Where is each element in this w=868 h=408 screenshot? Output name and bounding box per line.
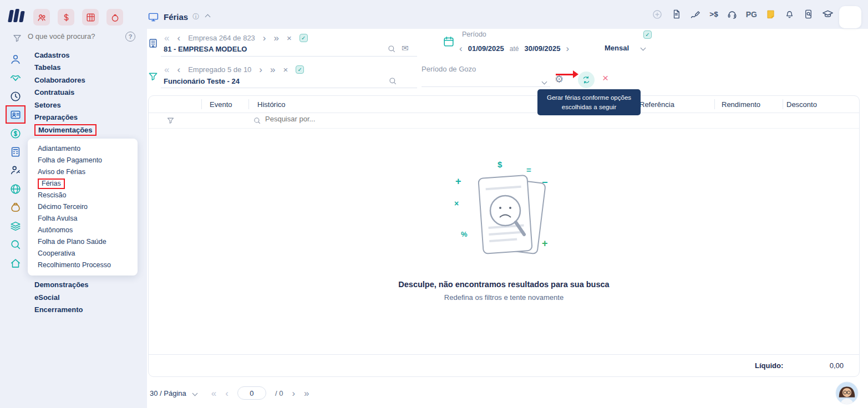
period-next-icon[interactable]: › (566, 44, 570, 53)
top-avatar-placeholder[interactable] (839, 6, 861, 28)
sidebar-item-demonstracoes[interactable]: Demonstrações (31, 279, 146, 292)
column-header-historico[interactable]: Histórico (257, 100, 286, 109)
sidebar-item-colaboradores[interactable]: Colaboradores (31, 74, 146, 86)
sidebar-item-cadastros[interactable]: Cadastros (31, 49, 146, 62)
dollar-icon[interactable] (58, 9, 74, 26)
period-filter-checkbox[interactable]: ✓ (643, 30, 652, 39)
pagination-prev-icon[interactable]: ‹ (225, 389, 229, 398)
period-end-date[interactable]: 30/09/2025 (524, 44, 560, 53)
submenu-item-recolhimento-processo[interactable]: Recolhimento Processo (38, 259, 138, 271)
person-icon[interactable] (9, 53, 22, 65)
period-prev-icon[interactable]: ‹ (459, 44, 463, 53)
submenu-item-label: Folha de Plano Saúde (38, 238, 106, 246)
employee-search-icon[interactable] (388, 76, 397, 85)
company-next-icon[interactable]: › (263, 33, 266, 43)
pagination-next-icon[interactable]: › (292, 389, 295, 398)
column-header-desconto[interactable]: Desconto (786, 100, 817, 109)
add-circle-icon[interactable] (652, 9, 663, 20)
people-icon[interactable] (33, 9, 50, 26)
employee-name[interactable]: Funcionário Teste - 24 (164, 77, 240, 85)
employee-next-icon[interactable]: › (259, 65, 262, 74)
bell-icon[interactable] (784, 9, 795, 19)
period-mode-select[interactable]: Mensal (605, 44, 645, 52)
sidebar-item-movimentacoes[interactable]: Movimentações (31, 124, 146, 136)
pagination-last-icon[interactable]: » (304, 389, 309, 398)
sidebar-item-label: Tabelas (34, 63, 60, 72)
app-logo (9, 9, 26, 22)
globe-icon[interactable] (9, 183, 22, 195)
submenu-item-folha-de-pagamento[interactable]: Folha de Pagamento (38, 155, 138, 166)
document-icon[interactable] (671, 9, 682, 19)
calculator-icon[interactable] (9, 146, 22, 158)
column-header-rendimento[interactable]: Rendimento (722, 100, 760, 109)
submenu-item-rescisao[interactable]: Rescisão (38, 190, 138, 201)
sidebar-item-setores[interactable]: Setores (31, 99, 146, 111)
generate-vacation-refresh-icon[interactable] (578, 72, 595, 88)
weight-scale-icon[interactable] (106, 9, 123, 26)
sidebar-item-contratuais[interactable]: Contratuais (31, 86, 146, 99)
graduation-cap-icon[interactable] (822, 8, 834, 20)
transfer-values-icon[interactable]: >$ (709, 10, 718, 18)
company-last-icon[interactable]: » (274, 33, 279, 43)
company-first-icon[interactable]: « (164, 33, 169, 43)
employee-filter-checkbox[interactable]: ✓ (296, 65, 304, 74)
person-key-icon[interactable] (9, 164, 22, 176)
sidebar-item-label: Setores (34, 101, 61, 109)
gozo-label: Período de Gozo (422, 65, 476, 73)
gozo-settings-gear-icon[interactable]: ⚙ (555, 74, 564, 84)
submenu-item-adiantamento[interactable]: Adiantamento (38, 143, 138, 155)
employee-card-icon[interactable] (6, 105, 26, 124)
submenu-item-ferias[interactable]: Férias (38, 178, 138, 190)
notes-icon[interactable] (765, 9, 776, 19)
submenu-item-autonomos[interactable]: Autônomos (38, 225, 138, 236)
money-bag-icon[interactable] (9, 201, 22, 213)
sidebar-item-tabelas[interactable]: Tabelas (31, 62, 146, 74)
handshake-icon[interactable] (9, 72, 22, 84)
employee-clear-icon[interactable]: × (283, 65, 288, 74)
submenu-item-cooperativa[interactable]: Cooperativa (38, 248, 138, 259)
payroll-grid-icon[interactable] (82, 9, 99, 26)
page-size-select[interactable]: 30 / Página (150, 389, 186, 397)
help-icon[interactable]: ? (125, 32, 135, 42)
employee-prev-icon[interactable]: ‹ (177, 65, 180, 74)
pg-icon[interactable]: PG (746, 10, 757, 19)
clock-icon[interactable] (9, 90, 22, 103)
employee-first-icon[interactable]: « (164, 65, 169, 74)
employee-last-icon[interactable]: » (270, 65, 275, 74)
info-icon[interactable]: ⓘ (192, 12, 199, 22)
document-search-icon[interactable] (803, 9, 814, 19)
company-prev-icon[interactable]: ‹ (177, 33, 180, 43)
period-start-date[interactable]: 01/09/2025 (468, 44, 504, 53)
page-title: Férias (164, 12, 188, 22)
pagination-first-icon[interactable]: « (211, 389, 216, 398)
sidebar-item-preparacoes[interactable]: Preparações (31, 111, 146, 124)
column-header-evento[interactable]: Evento (210, 100, 232, 109)
submenu-item-decimo-terceiro[interactable]: Décimo Terceiro (38, 201, 138, 213)
home-icon[interactable] (9, 257, 22, 269)
search-icon[interactable] (9, 238, 22, 251)
collapse-chevron-up-icon[interactable] (205, 14, 211, 20)
pagination-page-input[interactable] (237, 386, 266, 400)
page-size-chevron-down-icon[interactable] (192, 390, 197, 396)
submenu-item-folha-de-plano-saude[interactable]: Folha de Plano Saúde (38, 236, 138, 248)
table-filter-funnel-icon[interactable] (166, 116, 175, 125)
submenu-item-aviso-de-ferias[interactable]: Aviso de Férias (38, 166, 138, 178)
column-header-referencia[interactable]: Referência (639, 100, 674, 109)
headset-icon[interactable] (727, 9, 738, 20)
submenu-item-folha-avulsa[interactable]: Folha Avulsa (38, 213, 138, 225)
signature-icon[interactable] (690, 9, 701, 20)
company-name[interactable]: 81 - EMPRESA MODELO (164, 45, 247, 53)
gozo-cancel-icon[interactable]: × (602, 73, 608, 83)
sidebar-search-input[interactable] (28, 32, 116, 40)
layers-icon[interactable] (9, 220, 22, 232)
company-clear-icon[interactable]: × (287, 34, 292, 42)
sidebar-item-encerramento[interactable]: Encerramento (31, 304, 146, 317)
company-search-icon[interactable] (387, 44, 396, 53)
dollar-circle-icon[interactable] (9, 128, 22, 140)
sidebar-item-esocial[interactable]: eSocial (31, 291, 146, 304)
table-search-input[interactable] (265, 115, 387, 123)
period-range: ‹ 01/09/2025 até 30/09/2025 › (459, 44, 569, 53)
company-filter-checkbox[interactable]: ✓ (300, 34, 308, 42)
user-avatar[interactable] (835, 381, 859, 406)
company-mail-icon[interactable]: ✉ (402, 43, 409, 53)
